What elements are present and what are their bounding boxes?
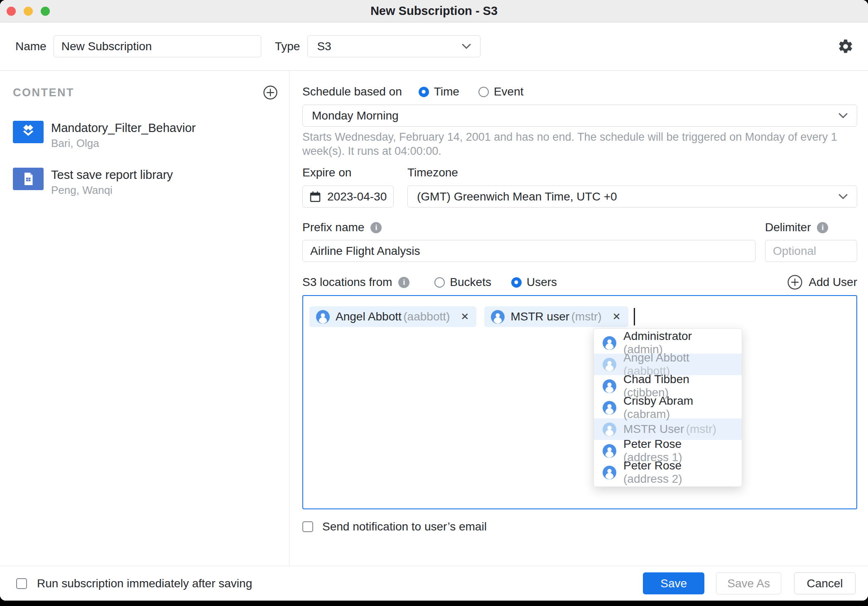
users-radio[interactable] xyxy=(511,277,522,288)
dropdown-item-name: Administrator xyxy=(623,330,692,342)
dropdown-item[interactable]: Crisby Abram (cabram) xyxy=(594,397,742,418)
dropdown-item[interactable]: Peter Rose (address 1) xyxy=(594,440,742,462)
chip-username: (aabbott) xyxy=(403,310,450,323)
dropdown-item[interactable]: Chad Tibben (ctibben) xyxy=(594,375,742,397)
window-title: New Subscription - S3 xyxy=(370,4,498,18)
buckets-radio-label[interactable]: Buckets xyxy=(450,276,491,289)
dropdown-item-name: Peter Rose xyxy=(623,459,682,472)
run-immediately-label[interactable]: Run subscription immediately after savin… xyxy=(37,577,252,590)
schedule-based-on-label: Schedule based on xyxy=(302,85,402,98)
timezone-select[interactable]: (GMT) Greenwich Mean Time, UTC +0 xyxy=(407,186,857,208)
name-input[interactable] xyxy=(54,35,261,57)
prefix-column: Prefix name i xyxy=(302,220,755,262)
desktop-background: New Subscription - S3 Name Type S3 CONTE… xyxy=(0,0,868,606)
user-avatar-icon xyxy=(316,310,330,324)
recipient-chip[interactable]: MSTR user (mstr) ✕ xyxy=(484,306,628,327)
delimiter-input[interactable] xyxy=(765,240,857,262)
run-immediately-option: Run subscription immediately after savin… xyxy=(16,577,252,590)
chip-close-icon[interactable]: ✕ xyxy=(461,312,469,322)
add-user-button[interactable]: Add User xyxy=(787,274,857,290)
save-button[interactable]: Save xyxy=(643,572,704,594)
close-window-button[interactable] xyxy=(7,7,16,16)
dropdown-item-username: (address 2) xyxy=(623,472,682,485)
expire-on-label: Expire on xyxy=(302,166,394,180)
schedule-description: Starts Wednesday, February 14, 2001 and … xyxy=(302,130,857,158)
time-radio[interactable] xyxy=(419,87,429,97)
timezone-label: Timezone xyxy=(407,166,857,180)
type-select[interactable]: S3 xyxy=(307,35,481,57)
expire-timezone-row: Expire on 2023-04-30 Timezone xyxy=(302,166,857,208)
dropdown-item[interactable]: MSTR User (mstr) xyxy=(594,418,742,440)
buckets-radio[interactable] xyxy=(434,277,445,288)
recipient-chip[interactable]: Angel Abbott (aabbott) ✕ xyxy=(309,306,476,327)
dropdown-item[interactable]: Peter Rose (address 2) xyxy=(594,462,742,483)
user-recipients-input[interactable]: Angel Abbott (aabbott) ✕ MSTR user (m xyxy=(302,295,857,509)
save-as-button[interactable]: Save As xyxy=(716,572,781,594)
dropdown-item[interactable]: Angel Abbott (aabbott) xyxy=(594,354,742,375)
user-suggestion-dropdown: Administrator (admin) Angel Abbott (aabb… xyxy=(593,328,742,487)
content-item-text: Test save report library Peng, Wanqi xyxy=(51,168,173,197)
add-user-plus-icon xyxy=(787,274,803,290)
minimize-window-button[interactable] xyxy=(24,7,33,16)
title-bar[interactable]: New Subscription - S3 xyxy=(0,0,868,22)
time-radio-label[interactable]: Time xyxy=(434,85,459,98)
footer-actions: Save Save As Cancel xyxy=(643,572,856,594)
notification-row: Send notification to user’s email xyxy=(302,520,857,533)
prefix-name-input[interactable] xyxy=(302,240,755,262)
content-item-title: Mandatory_Filter_Behavior xyxy=(51,121,196,135)
chevron-down-icon xyxy=(839,194,848,200)
dropdown-item-name: Chad Tibben xyxy=(623,373,689,386)
users-radio-label[interactable]: Users xyxy=(527,276,557,289)
send-notification-label[interactable]: Send notification to user’s email xyxy=(322,520,487,533)
dossier-icon xyxy=(13,121,44,143)
type-label: Type xyxy=(275,40,300,53)
user-avatar-icon xyxy=(603,379,616,393)
text-caret xyxy=(634,308,635,325)
event-radio-label[interactable]: Event xyxy=(494,85,524,98)
expire-date-value: 2023-04-30 xyxy=(327,190,387,203)
name-label: Name xyxy=(15,40,47,53)
event-radio[interactable] xyxy=(478,87,489,97)
user-avatar-icon xyxy=(491,310,505,324)
gear-icon[interactable] xyxy=(837,38,854,55)
content-item-dossier[interactable]: Mandatory_Filter_Behavior Bari, Olga xyxy=(13,121,278,150)
dropdown-item[interactable]: Administrator (admin) xyxy=(594,332,742,354)
dropdown-item-name: Peter Rose xyxy=(623,437,682,450)
user-avatar-icon xyxy=(603,336,616,350)
run-immediately-checkbox[interactable] xyxy=(16,578,27,589)
content-item-text: Mandatory_Filter_Behavior Bari, Olga xyxy=(51,121,196,150)
delimiter-column: Delimiter i xyxy=(765,220,857,262)
traffic-lights xyxy=(7,7,50,16)
user-avatar-icon xyxy=(603,401,616,415)
content-sidebar: CONTENT xyxy=(0,71,289,566)
chip-name: Angel Abbott xyxy=(336,310,402,323)
dropdown-item-username: (mstr) xyxy=(686,423,716,435)
prefix-info-icon[interactable]: i xyxy=(370,222,382,233)
zoom-window-button[interactable] xyxy=(41,7,50,16)
prefix-name-label: Prefix name xyxy=(302,221,364,234)
chevron-down-icon xyxy=(462,44,471,49)
dropdown-item-name: Crisby Abram xyxy=(623,394,693,407)
chip-close-icon[interactable]: ✕ xyxy=(613,312,621,322)
add-user-label: Add User xyxy=(809,276,857,289)
cancel-button[interactable]: Cancel xyxy=(794,572,856,594)
send-notification-checkbox[interactable] xyxy=(302,521,313,532)
s3-locations-info-icon[interactable]: i xyxy=(398,277,409,288)
content-section-title: CONTENT xyxy=(13,86,74,99)
add-content-icon[interactable] xyxy=(263,85,278,100)
schedule-select[interactable]: Monday Morning xyxy=(302,105,857,127)
s3-locations-row: S3 locations from i Buckets Users Add Us… xyxy=(302,272,857,292)
prefix-delimiter-row: Prefix name i Delimiter i xyxy=(302,220,857,262)
expire-column: Expire on 2023-04-30 xyxy=(302,166,394,208)
content-item-title: Test save report library xyxy=(51,168,173,182)
content-item-report[interactable]: Test save report library Peng, Wanqi xyxy=(13,168,278,197)
expire-date-input[interactable]: 2023-04-30 xyxy=(302,186,394,208)
calendar-icon xyxy=(309,191,321,203)
dropdown-item-name: Angel Abbott xyxy=(623,351,689,364)
dropdown-item-username: (cabram) xyxy=(623,408,670,420)
content-item-owner: Peng, Wanqi xyxy=(51,183,173,197)
schedule-based-on-row: Schedule based on Time Event xyxy=(302,82,857,102)
recipient-chips: Angel Abbott (aabbott) ✕ MSTR user (m xyxy=(309,306,850,327)
report-icon xyxy=(13,168,44,190)
delimiter-info-icon[interactable]: i xyxy=(817,222,828,233)
